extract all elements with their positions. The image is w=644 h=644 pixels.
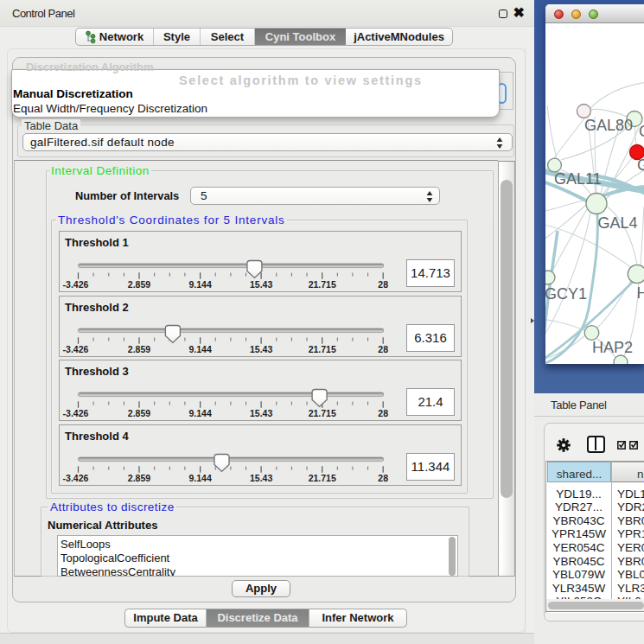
svg-text:15.43: 15.43: [250, 473, 272, 483]
svg-text:2.859: 2.859: [128, 344, 150, 354]
svg-text:21.715: 21.715: [309, 279, 336, 290]
svg-text:15.43: 15.43: [250, 279, 272, 290]
svg-text:28: 28: [378, 408, 388, 418]
svg-text:GA: GA: [639, 123, 644, 140]
svg-text:15.43: 15.43: [250, 344, 272, 354]
svg-text:-3.426: -3.426: [63, 344, 89, 354]
svg-text:9.144: 9.144: [188, 408, 211, 418]
svg-text:9.144: 9.144: [188, 344, 211, 354]
svg-text:-3.426: -3.426: [63, 279, 89, 290]
svg-text:2.859: 2.859: [128, 279, 150, 290]
svg-text:GAL11: GAL11: [554, 170, 602, 188]
svg-text:28: 28: [378, 473, 388, 483]
svg-text:GAL80: GAL80: [584, 117, 633, 134]
svg-text:G: G: [637, 156, 644, 174]
svg-text:15.43: 15.43: [250, 408, 272, 418]
svg-text:2.859: 2.859: [128, 473, 150, 483]
svg-text:HAP2: HAP2: [592, 339, 633, 356]
svg-text:21.715: 21.715: [309, 344, 336, 354]
svg-text:28: 28: [378, 344, 388, 354]
svg-text:9.144: 9.144: [188, 279, 211, 290]
svg-text:21.715: 21.715: [309, 473, 336, 483]
svg-text:GAL4: GAL4: [598, 214, 638, 232]
svg-text:2.859: 2.859: [128, 408, 150, 418]
svg-text:-3.426: -3.426: [63, 473, 89, 483]
svg-text:28: 28: [378, 279, 388, 290]
svg-text:9.144: 9.144: [188, 473, 211, 483]
svg-text:GCY1: GCY1: [545, 285, 587, 303]
svg-text:-3.426: -3.426: [63, 408, 89, 418]
svg-text:H: H: [637, 284, 644, 302]
svg-text:21.715: 21.715: [309, 408, 336, 418]
